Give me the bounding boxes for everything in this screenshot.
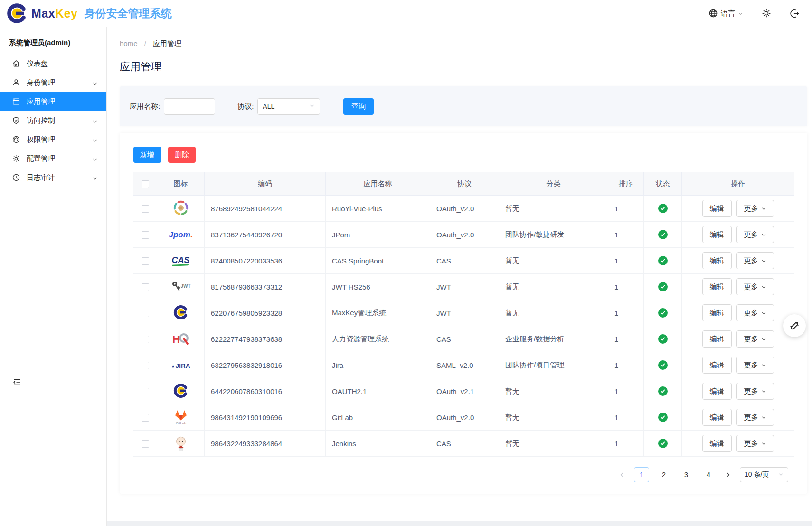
more-button[interactable]: 更多	[736, 383, 774, 400]
app-sort-order: 1	[608, 352, 644, 378]
sidebar-item-dashboard[interactable]: 仪表盘	[0, 54, 106, 73]
more-button[interactable]: 更多	[736, 304, 774, 321]
add-button[interactable]: 新增	[133, 147, 161, 163]
sidebar-item-label: 应用管理	[27, 97, 98, 106]
sidebar-item-apps[interactable]: 应用管理	[0, 92, 106, 111]
app-sort-order: 1	[608, 300, 644, 326]
chevron-down-icon	[761, 361, 766, 369]
more-button[interactable]: 更多	[736, 226, 774, 243]
table-row: 986432249333284864 Jenkins CAS 暂无 1 编辑 更…	[133, 431, 794, 457]
row-checkbox[interactable]	[142, 310, 149, 317]
edit-button[interactable]: 编辑	[702, 278, 732, 295]
page-button-3[interactable]: 3	[679, 467, 694, 482]
access-icon	[12, 116, 20, 125]
edit-button[interactable]: 编辑	[702, 409, 732, 426]
app-name: JWT HS256	[326, 274, 430, 300]
globe-icon	[708, 9, 718, 18]
table-row: ★JIRA 632279563832918016 Jira SAML_v2.0 …	[133, 352, 794, 378]
column-header-sort: 排序	[608, 172, 644, 196]
sidebar-item-identity[interactable]: 身份管理	[0, 73, 106, 92]
delete-button[interactable]: 删除	[168, 147, 196, 163]
column-header-protocol: 协议	[430, 172, 499, 196]
identity-icon	[12, 78, 20, 87]
app-category: 暂无	[499, 274, 608, 300]
jenkins-logo-icon	[174, 435, 188, 451]
more-button[interactable]: 更多	[736, 252, 774, 269]
sidebar: 系统管理员(admin) 仪表盘身份管理应用管理访问控制权限管理配置管理日志审计	[0, 27, 107, 526]
settings-gear-icon[interactable]	[761, 8, 772, 19]
row-checkbox[interactable]	[142, 414, 149, 422]
logout-icon[interactable]	[790, 9, 800, 19]
more-button[interactable]: 更多	[736, 409, 774, 426]
brand-subtitle: 身份安全管理系统	[85, 6, 172, 21]
page-button-2[interactable]: 2	[656, 467, 671, 482]
prev-page-icon[interactable]	[617, 467, 627, 482]
app-name-input[interactable]	[164, 98, 215, 115]
more-button[interactable]: 更多	[736, 278, 774, 295]
edit-button[interactable]: 编辑	[702, 304, 732, 321]
more-button[interactable]: 更多	[736, 357, 774, 374]
table-row: GitLab 986431492190109696 GitLab OAuth_v…	[133, 404, 794, 431]
protocol-select[interactable]: ALL	[257, 98, 320, 115]
chevron-down-icon	[309, 103, 315, 110]
app-protocol: OAuth_v2.1	[430, 378, 499, 404]
sidebar-item-permission[interactable]: 权限管理	[0, 130, 106, 149]
breadcrumb-home-link[interactable]: home	[120, 39, 138, 47]
page-size-value: 10 条/页	[745, 470, 769, 479]
chevron-down-icon	[761, 440, 766, 448]
next-page-icon[interactable]	[723, 467, 733, 482]
column-header-code: 编码	[205, 172, 326, 196]
row-checkbox[interactable]	[142, 440, 149, 448]
apps-table: 图标 编码 应用名称 协议 分类 排序 状态 操作 87689249258104…	[133, 172, 794, 457]
edit-button[interactable]: 编辑	[702, 357, 732, 374]
page-button-4[interactable]: 4	[701, 467, 716, 482]
apps-icon	[12, 97, 20, 106]
row-checkbox[interactable]	[142, 257, 149, 265]
magic-wand-floating-button[interactable]	[783, 314, 806, 337]
more-button[interactable]: 更多	[736, 330, 774, 348]
edit-button[interactable]: 编辑	[702, 252, 732, 269]
edit-button[interactable]: 编辑	[702, 330, 732, 348]
app-header: MaxKey 身份安全管理系统 语言	[0, 0, 812, 27]
row-checkbox[interactable]	[142, 362, 149, 369]
row-checkbox[interactable]	[142, 336, 149, 343]
page-background-strip	[107, 521, 812, 526]
sidebar-item-audit[interactable]: 日志审计	[0, 168, 106, 187]
column-header-name: 应用名称	[326, 172, 430, 196]
edit-button[interactable]: 编辑	[702, 435, 732, 452]
brand-name: MaxKey	[31, 7, 78, 20]
row-checkbox[interactable]	[142, 388, 149, 395]
language-switcher[interactable]: 语言	[708, 9, 743, 18]
table-row: JWT 817568793663373312 JWT HS256 JWT 暂无 …	[133, 274, 794, 300]
column-header-status: 状态	[644, 172, 682, 196]
more-button[interactable]: 更多	[736, 435, 774, 452]
app-code: 622076759805923328	[205, 300, 326, 326]
row-checkbox[interactable]	[142, 205, 149, 213]
sidebar-item-label: 配置管理	[27, 154, 92, 163]
app-category: 暂无	[499, 300, 608, 326]
select-all-checkbox[interactable]	[142, 180, 149, 188]
edit-button[interactable]: 编辑	[702, 383, 732, 400]
sidebar-item-access[interactable]: 访问控制	[0, 111, 106, 130]
chevron-down-icon	[738, 11, 743, 16]
search-button[interactable]: 查询	[343, 98, 374, 115]
app-code: 644220607860310016	[205, 378, 326, 404]
app-category: 暂无	[499, 196, 608, 222]
app-name: MaxKey管理系统	[326, 300, 430, 326]
sidebar-collapse-icon[interactable]	[12, 377, 22, 387]
app-protocol: JWT	[430, 300, 499, 326]
brand: MaxKey 身份安全管理系统	[7, 3, 172, 24]
edit-button[interactable]: 编辑	[702, 226, 732, 243]
edit-button[interactable]: 编辑	[702, 200, 732, 217]
status-enabled-icon	[658, 230, 668, 239]
status-enabled-icon	[658, 334, 668, 344]
sidebar-item-config[interactable]: 配置管理	[0, 149, 106, 168]
row-checkbox[interactable]	[142, 231, 149, 239]
table-row: 644220607860310016 OAUTH2.1 OAuth_v2.1 暂…	[133, 378, 794, 404]
page-button-1[interactable]: 1	[634, 467, 649, 482]
row-checkbox[interactable]	[142, 283, 149, 291]
page-size-select[interactable]: 10 条/页	[740, 467, 788, 482]
table-row: H 622227747938373638 人力资源管理系统 CAS 企业服务/数…	[133, 326, 794, 352]
more-button[interactable]: 更多	[736, 200, 774, 217]
app-category: 企业服务/数据分析	[499, 326, 608, 352]
